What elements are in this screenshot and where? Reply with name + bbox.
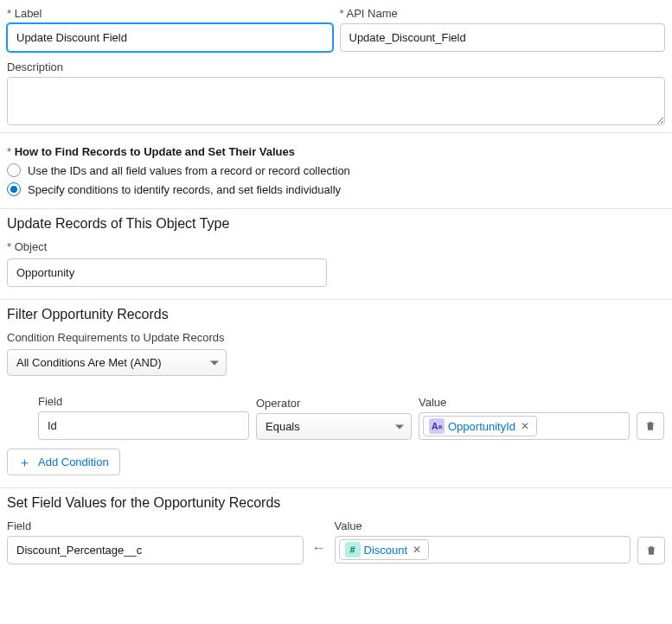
label-input[interactable] xyxy=(7,23,333,52)
radio-option1-label: Use the IDs and all field values from a … xyxy=(28,164,350,177)
object-input[interactable] xyxy=(7,258,327,287)
description-field-group: Description xyxy=(7,60,665,125)
condition-req-value: All Conditions Are Met (AND) xyxy=(16,356,162,369)
chevron-down-icon xyxy=(210,360,219,365)
setfields-value-input[interactable]: # Discount ✕ xyxy=(335,536,631,564)
trash-icon xyxy=(645,544,657,557)
setfields-field-label: Field xyxy=(7,519,304,532)
chevron-down-icon xyxy=(395,424,404,429)
setfields-value-label: Value xyxy=(335,519,631,532)
radio-option2-label: Specify conditions to identify records, … xyxy=(28,183,341,196)
cond-value-label: Value xyxy=(419,396,630,409)
cond-field-input[interactable] xyxy=(38,411,249,440)
trash-icon xyxy=(644,420,656,432)
radio-option-use-ids[interactable]: Use the IDs and all field values from a … xyxy=(7,163,665,177)
cond-operator-value: Equals xyxy=(266,420,300,433)
close-icon[interactable]: ✕ xyxy=(411,544,423,556)
filter-section-heading: Filter Opportunity Records xyxy=(7,307,665,322)
add-condition-button[interactable]: ＋ Add Condition xyxy=(7,449,120,475)
radio-icon xyxy=(7,163,21,177)
cond-operator-select[interactable]: Equals xyxy=(256,413,412,440)
apiname-field-label: API Name xyxy=(340,7,666,20)
condition-req-select[interactable]: All Conditions Are Met (AND) xyxy=(7,349,227,376)
setfields-field-input[interactable] xyxy=(7,536,304,564)
object-label: Object xyxy=(7,240,665,253)
cond-value-input[interactable]: Aa OpportunityId ✕ xyxy=(419,412,630,440)
radio-icon xyxy=(7,182,21,196)
apiname-field-group: API Name xyxy=(340,7,666,52)
delete-assignment-button[interactable] xyxy=(637,537,665,564)
label-field-label: Label xyxy=(7,7,333,20)
description-input[interactable] xyxy=(7,77,665,125)
close-icon[interactable]: ✕ xyxy=(519,420,531,432)
text-type-icon: Aa xyxy=(429,418,445,434)
add-condition-label: Add Condition xyxy=(38,455,109,468)
apiname-input[interactable] xyxy=(340,23,666,52)
plus-icon: ＋ xyxy=(18,455,31,468)
description-field-label: Description xyxy=(7,60,665,73)
find-records-heading: How to Find Records to Update and Set Th… xyxy=(15,145,295,158)
cond-field-label: Field xyxy=(38,395,249,408)
condition-req-label: Condition Requirements to Update Records xyxy=(7,331,665,344)
delete-condition-button[interactable] xyxy=(637,412,664,440)
arrow-left-icon: ← xyxy=(310,540,328,556)
cond-value-pill[interactable]: Aa OpportunityId ✕ xyxy=(423,416,537,436)
number-type-icon: # xyxy=(345,542,361,557)
object-section-heading: Update Records of This Object Type xyxy=(7,216,665,232)
cond-value-pill-text: OpportunityId xyxy=(448,420,515,433)
cond-operator-label: Operator xyxy=(256,397,412,410)
setfields-value-pill[interactable]: # Discount ✕ xyxy=(339,539,430,560)
radio-option-specify[interactable]: Specify conditions to identify records, … xyxy=(7,182,665,196)
setfields-value-pill-text: Discount xyxy=(364,544,408,557)
find-records-heading-row: * How to Find Records to Update and Set … xyxy=(7,145,665,158)
label-field-group: Label xyxy=(7,7,333,52)
setfields-section-heading: Set Field Values for the Opportunity Rec… xyxy=(7,495,665,511)
